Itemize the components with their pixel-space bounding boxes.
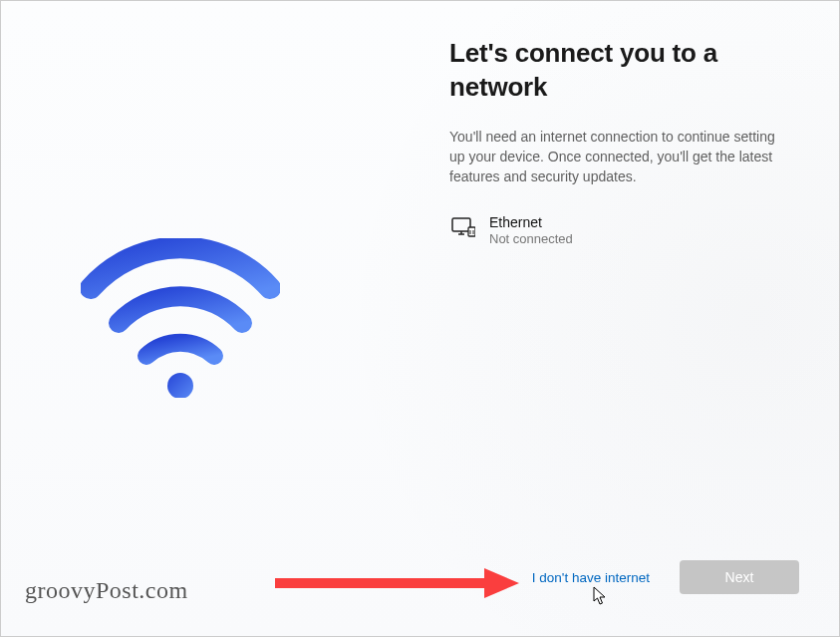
svg-rect-1	[452, 218, 470, 231]
wifi-illustration	[81, 238, 280, 398]
network-item-ethernet[interactable]: Ethernet Not connected	[449, 214, 778, 246]
wifi-icon	[81, 238, 280, 398]
page-description: You'll need an internet connection to co…	[449, 127, 778, 187]
main-content: Let's connect you to a network You'll ne…	[449, 37, 778, 246]
watermark-text: groovyPost.com	[25, 577, 188, 604]
page-title: Let's connect you to a network	[449, 37, 778, 105]
network-status: Not connected	[489, 231, 573, 246]
svg-point-0	[167, 373, 193, 398]
svg-marker-8	[484, 568, 519, 598]
svg-rect-4	[468, 227, 475, 236]
annotation-arrow	[270, 568, 519, 598]
next-button[interactable]: Next	[680, 560, 799, 594]
network-labels: Ethernet Not connected	[489, 214, 573, 246]
ethernet-icon	[451, 216, 475, 238]
footer-actions: I don't have internet Next	[532, 560, 799, 594]
network-name: Ethernet	[489, 214, 573, 230]
skip-internet-link[interactable]: I don't have internet	[532, 570, 650, 585]
